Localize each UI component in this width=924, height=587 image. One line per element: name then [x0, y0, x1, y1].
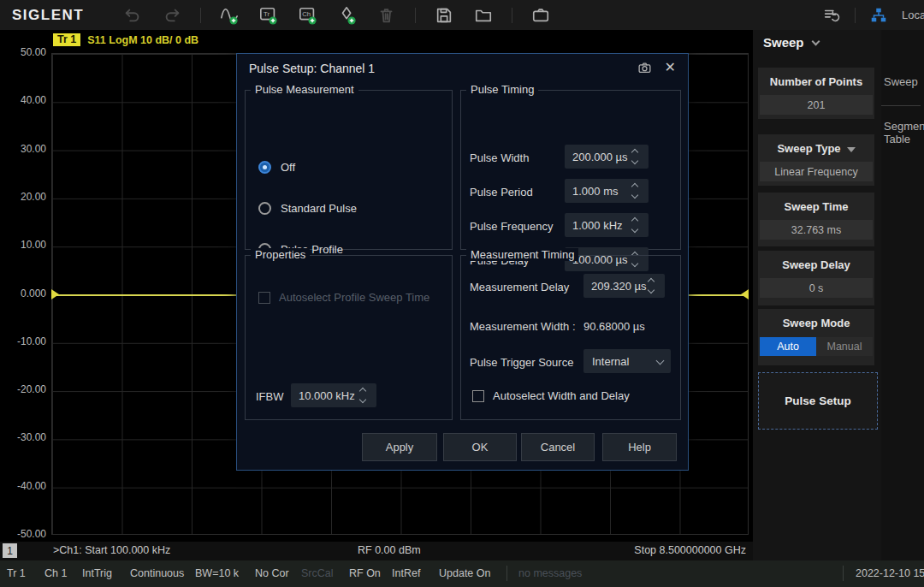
divider: [200, 8, 201, 23]
pulse-setup-button[interactable]: Pulse Setup: [758, 372, 878, 430]
add-trace-icon[interactable]: [218, 4, 240, 27]
trace-legend[interactable]: Tr 1 S11 LogM 10 dB/ 0 dB: [53, 33, 198, 46]
sweep-time-button[interactable]: Sweep Time 32.763 ms: [758, 193, 874, 246]
status-rf: RF On: [349, 567, 381, 579]
pulse-timing-group: Pulse Timing Pulse Width 200.000 µs Puls…: [460, 90, 681, 250]
pulse-width-input[interactable]: 200.000 µs: [565, 145, 649, 169]
open-icon[interactable]: [472, 4, 495, 27]
status-trace: Tr 1: [7, 567, 26, 579]
sweep-mode-panel: Sweep Mode Auto Manual: [758, 309, 874, 365]
divider: [415, 8, 416, 23]
toolbar: SIGLENT Tr Ch: [0, 0, 924, 30]
y-tick: -50.00: [0, 528, 46, 540]
measurement-delay-input[interactable]: 209.320 µs: [583, 274, 665, 298]
sweep-mode-auto-button[interactable]: Auto: [760, 337, 816, 356]
ok-button[interactable]: OK: [443, 433, 517, 461]
properties-group: Properties Autoselect Profile Sweep Time…: [245, 255, 453, 420]
graph-footer: 1 >Ch1: Start 100.000 kHz RF 0.00 dBm St…: [0, 542, 753, 560]
add-marker-icon[interactable]: [336, 4, 358, 27]
apply-button[interactable]: Apply: [362, 433, 437, 461]
sweep-type-button[interactable]: Sweep Type Linear Frequency: [758, 134, 874, 186]
pulse-width-label: Pulse Width: [470, 151, 529, 164]
pulse-frequency-input[interactable]: 1.000 kHz: [565, 213, 649, 237]
siglent-logo: SIGLENT: [12, 7, 84, 24]
sweep-time-value: 32.763 ms: [760, 220, 873, 240]
ifbw-input[interactable]: 10.000 kHz: [291, 383, 376, 407]
sweep-type-value: Linear Frequency: [760, 162, 873, 181]
pulse-setup-dialog: Pulse Setup: Channel 1 ✕ Pulse Measureme…: [236, 53, 689, 471]
screenshot-icon[interactable]: [530, 4, 552, 27]
spinner-buttons[interactable]: [649, 274, 660, 298]
triangle-down-icon: [847, 147, 856, 152]
ref-level-marker-left[interactable]: [51, 289, 59, 299]
tab-sweep[interactable]: Sweep: [884, 75, 918, 88]
sweep-delay-button[interactable]: Sweep Delay 0 s: [758, 251, 874, 305]
dialog-screenshot-icon[interactable]: [637, 61, 652, 79]
svg-text:Tr: Tr: [264, 10, 270, 18]
spinner-buttons[interactable]: [632, 213, 644, 237]
pulse-trigger-source-label: Pulse Trigger Source: [470, 356, 573, 369]
divider: [843, 566, 844, 581]
add-trace-window-icon[interactable]: Tr: [258, 4, 280, 27]
status-correction: No Cor: [255, 567, 289, 579]
sidebar-header[interactable]: Sweep: [763, 35, 819, 50]
channel-badge[interactable]: 1: [3, 543, 17, 558]
checkbox-icon[interactable]: [472, 390, 484, 402]
radio-standard-pulse[interactable]: Standard Pulse: [258, 202, 357, 215]
sweep-sidebar: Sweep ✕ Number of Points 201 Sweep Type …: [753, 30, 924, 560]
number-of-points-button[interactable]: Number of Points 201: [758, 68, 874, 119]
pulse-measurement-group: Pulse Measurement Off Standard Pulse Pul…: [245, 90, 453, 250]
status-channel: Ch 1: [44, 567, 67, 579]
measurement-delay-label: Measurement Delay: [470, 281, 569, 294]
status-bar: Tr 1 Ch 1 IntTrig Continuous BW=10 k No …: [0, 560, 924, 587]
system-info-icon[interactable]: [820, 4, 843, 27]
y-tick: -20.00: [0, 383, 46, 395]
save-icon[interactable]: [433, 4, 455, 27]
y-tick: 20.00: [0, 191, 46, 203]
add-channel-icon[interactable]: Ch: [297, 4, 319, 27]
autoselect-width-delay-checkbox[interactable]: Autoselect Width and Delay: [472, 389, 630, 402]
measurement-timing-group: Measurement Timing Measurement Delay 209…: [460, 255, 681, 420]
status-update: Update On: [439, 567, 490, 579]
app-window: SIGLENT Tr Ch: [0, 0, 924, 587]
status-continuous: Continuous: [130, 567, 184, 579]
spinner-buttons[interactable]: [632, 145, 644, 169]
delete-icon: [376, 4, 398, 27]
start-frequency-label: >Ch1: Start 100.000 kHz: [53, 544, 170, 556]
ref-level-marker-right[interactable]: [741, 289, 749, 299]
spinner-buttons[interactable]: [360, 383, 372, 407]
status-srccal: SrcCal: [301, 567, 334, 579]
y-tick: -30.00: [0, 431, 46, 443]
y-tick: 30.00: [0, 143, 46, 155]
y-tick: 50.00: [0, 46, 46, 58]
divider: [855, 8, 856, 23]
tab-segment-table[interactable]: Segment Table: [884, 120, 924, 145]
stop-frequency-label: Stop 8.500000000 GHz: [634, 544, 746, 556]
help-button[interactable]: Help: [602, 433, 677, 461]
pulse-trigger-source-dropdown[interactable]: Internal: [583, 349, 671, 373]
pulse-period-input[interactable]: 1.000 ms: [565, 179, 649, 203]
redo-icon: [161, 4, 183, 27]
sidebar-title: Sweep: [763, 35, 804, 50]
divider: [506, 566, 507, 581]
local-label[interactable]: Local: [902, 9, 924, 21]
dialog-close-icon[interactable]: ✕: [665, 59, 676, 75]
lan-icon[interactable]: [868, 4, 890, 27]
radio-button-icon[interactable]: [258, 161, 271, 174]
pulse-period-label: Pulse Period: [470, 186, 533, 199]
checkbox-icon: [258, 292, 270, 304]
y-tick: 0.000: [0, 288, 46, 299]
spinner-buttons[interactable]: [632, 179, 644, 203]
trace-badge[interactable]: Tr 1: [53, 33, 80, 46]
status-messages: no messages: [518, 567, 582, 579]
y-tick: 10.00: [0, 239, 46, 251]
cancel-button[interactable]: Cancel: [521, 433, 595, 461]
chevron-down-icon: [811, 37, 820, 45]
divider: [881, 105, 921, 106]
autoselect-profile-checkbox: Autoselect Profile Sweep Time: [258, 291, 429, 304]
chevron-down-icon: [656, 357, 665, 365]
radio-off[interactable]: Off: [258, 161, 295, 174]
sweep-mode-manual-button[interactable]: Manual: [816, 337, 873, 356]
radio-button-icon[interactable]: [258, 202, 271, 215]
ifbw-label: IFBW: [256, 390, 284, 403]
